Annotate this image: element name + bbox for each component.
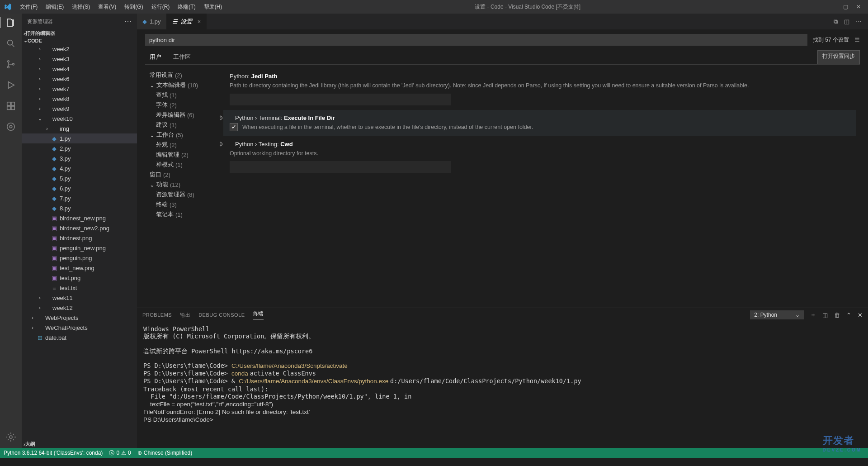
tree-file[interactable]: ▣birdnest.png <box>22 233 137 243</box>
tree-file[interactable]: ◆4.py <box>22 163 137 173</box>
status-errors[interactable]: ⓧ 0 ⚠ 0 <box>109 449 131 457</box>
tree-folder[interactable]: ›week2 <box>22 44 137 54</box>
panel-tab-terminal[interactable]: 终端 <box>253 310 264 319</box>
menu-item[interactable]: 选择(S) <box>68 1 94 13</box>
maximize-icon[interactable]: ▢ <box>843 4 848 10</box>
open-editors-section[interactable]: ›打开的编辑器 <box>22 29 137 37</box>
tab-settings[interactable]: ☰ 设置 × <box>167 14 207 29</box>
tree-file[interactable]: ◆5.py <box>22 173 137 183</box>
tree-file[interactable]: ▣test_new.png <box>22 263 137 273</box>
menu-item[interactable]: 运行(R) <box>148 1 174 13</box>
tree-file[interactable]: ≡test.txt <box>22 283 137 293</box>
tree-folder[interactable]: ›WeChatProjects <box>22 323 137 333</box>
toc-item[interactable]: ⌄ 文本编辑器 (10) <box>150 80 220 90</box>
toc-item[interactable]: 编辑管理 (2) <box>150 150 220 160</box>
close-panel-icon[interactable]: ✕ <box>858 312 863 319</box>
setting-jedi-input[interactable] <box>230 94 451 105</box>
minimize-icon[interactable]: ― <box>830 4 835 10</box>
toc-item[interactable]: 外观 (2) <box>150 140 220 150</box>
maximize-panel-icon[interactable]: ⌃ <box>846 312 851 319</box>
open-file-icon[interactable]: ⧉ <box>834 18 838 25</box>
outline-section[interactable]: ›大纲 <box>22 440 137 448</box>
terminal-body[interactable]: Windows PowerShell 版权所有 (C) Microsoft Co… <box>137 322 868 448</box>
tree-folder[interactable]: ›WebProjects <box>22 313 137 323</box>
split-terminal-icon[interactable]: ◫ <box>822 312 828 319</box>
tree-file[interactable]: ▣birdnest_new2.png <box>22 223 137 233</box>
tree-file[interactable]: ▣penguin.png <box>22 253 137 263</box>
toc-item[interactable]: 常用设置 (2) <box>150 70 220 80</box>
terminal-selector-label: 2: Python <box>754 312 777 318</box>
explorer-icon[interactable] <box>0 17 21 28</box>
tree-file[interactable]: ◆6.py <box>22 183 137 193</box>
toc-item[interactable]: 查找 (1) <box>150 90 220 100</box>
kill-terminal-icon[interactable]: 🗑 <box>834 312 840 319</box>
tree-file[interactable]: ◆2.py <box>22 143 137 153</box>
toc-item[interactable]: 差异编辑器 (6) <box>150 110 220 120</box>
remote-icon[interactable] <box>5 121 16 132</box>
search-icon[interactable] <box>5 38 16 49</box>
menu-item[interactable]: 终端(T) <box>174 1 199 13</box>
toc-item[interactable]: 笔记本 (1) <box>150 209 220 219</box>
close-icon[interactable]: ✕ <box>856 4 861 10</box>
close-tab-icon[interactable]: × <box>198 18 201 25</box>
settings-sync-button[interactable]: 打开设置同步 <box>817 50 860 64</box>
root-folder-section[interactable]: ⌄CODE <box>22 37 137 44</box>
tree-folder[interactable]: ›week11 <box>22 293 137 303</box>
menu-item[interactable]: 转到(G) <box>121 1 146 13</box>
toc-item[interactable]: 建议 (1) <box>150 120 220 130</box>
status-language[interactable]: ⊕ Chinese (Simplified) <box>137 450 192 456</box>
tree-folder[interactable]: ›week4 <box>22 64 137 74</box>
toc-item[interactable]: 禅模式 (1) <box>150 160 220 170</box>
setting-jedi-prefix: Python: <box>230 73 251 80</box>
tree-folder[interactable]: ⌄week10 <box>22 114 137 124</box>
toc-item[interactable]: 字体 (2) <box>150 100 220 110</box>
toc-item[interactable]: ⌄ 工作台 (5) <box>150 130 220 140</box>
gear-icon[interactable]: ⚙ <box>220 114 223 121</box>
panel-tab-output[interactable]: 输出 <box>180 312 190 319</box>
settings-tab-user[interactable]: 用户 <box>145 50 166 64</box>
toc-item[interactable]: 窗口 (2) <box>150 170 220 180</box>
tree-folder[interactable]: ›week6 <box>22 74 137 84</box>
tree-file[interactable]: ⊞date.bat <box>22 333 137 342</box>
tree-file[interactable]: ▣test.png <box>22 273 137 283</box>
toc-item[interactable]: 资源管理器 (8) <box>150 190 220 200</box>
menu-item[interactable]: 文件(F) <box>16 1 41 13</box>
tree-folder[interactable]: ›week3 <box>22 54 137 64</box>
filter-icon[interactable]: ☰ <box>854 37 860 43</box>
status-python[interactable]: Python 3.6.12 64-bit ('ClassEnvs': conda… <box>4 450 103 456</box>
window-controls: ― ▢ ✕ <box>830 4 861 10</box>
tree-file[interactable]: ◆3.py <box>22 153 137 163</box>
source-control-icon[interactable] <box>5 59 16 70</box>
menu-item[interactable]: 查看(V) <box>94 1 120 13</box>
tree-folder[interactable]: ›img <box>22 124 137 133</box>
tab-file[interactable]: ◆ 1.py <box>137 14 167 29</box>
menu-item[interactable]: 帮助(H) <box>200 1 226 13</box>
setting-exec-checkbox[interactable]: ✓ <box>230 123 238 131</box>
run-debug-icon[interactable] <box>5 80 16 90</box>
panel-tab-problems[interactable]: PROBLEMS <box>142 312 172 318</box>
new-terminal-icon[interactable]: ＋ <box>810 311 816 319</box>
toc-item[interactable]: ⌄ 功能 (12) <box>150 180 220 190</box>
tree-file[interactable]: ◆8.py <box>22 203 137 213</box>
setting-cwd-input[interactable] <box>230 161 451 173</box>
tree-folder[interactable]: ›week8 <box>22 94 137 104</box>
tree-file[interactable]: ◆7.py <box>22 193 137 203</box>
tree-folder[interactable]: ›week12 <box>22 303 137 313</box>
extensions-icon[interactable] <box>5 100 16 111</box>
split-editor-icon[interactable]: ◫ <box>844 18 849 25</box>
tree-file[interactable]: ◆1.py <box>22 133 137 143</box>
panel-tab-debug[interactable]: DEBUG CONSOLE <box>198 312 245 318</box>
tree-file[interactable]: ▣penguin_new.png <box>22 243 137 253</box>
more-actions-icon[interactable]: ⋯ <box>856 18 862 25</box>
gear-icon[interactable]: ⚙ <box>220 141 223 147</box>
menu-item[interactable]: 编辑(E) <box>42 1 67 13</box>
tree-folder[interactable]: ›week7 <box>22 84 137 94</box>
settings-tab-workspace[interactable]: 工作区 <box>169 50 195 64</box>
terminal-selector[interactable]: 2: Python ⌄ <box>750 310 804 319</box>
toc-item[interactable]: 终端 (3) <box>150 200 220 209</box>
settings-gear-icon[interactable] <box>5 432 16 442</box>
settings-search-input[interactable] <box>145 34 807 46</box>
more-icon[interactable]: ⋯ <box>124 17 132 26</box>
tree-file[interactable]: ▣birdnest_new.png <box>22 213 137 223</box>
tree-folder[interactable]: ›week9 <box>22 104 137 114</box>
